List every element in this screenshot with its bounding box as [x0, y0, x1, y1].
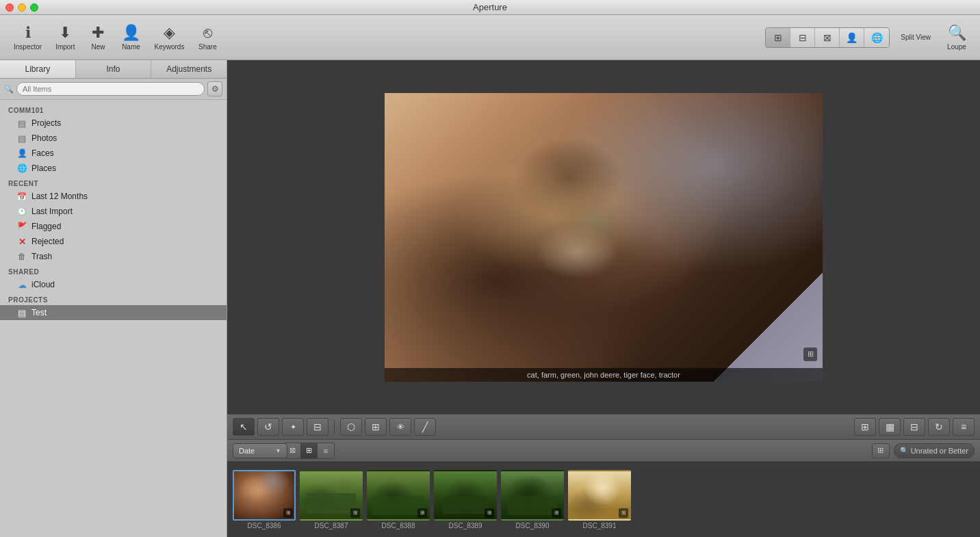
sort-select[interactable]: Date Rating Name File Size — [233, 443, 287, 458]
rating-filter-dropdown[interactable]: 🔍 Unrated or Better — [894, 443, 975, 458]
sidebar-item-lastimport-label: Last Import — [31, 207, 73, 216]
sidebar-item-test-label: Test — [31, 308, 47, 317]
new-button[interactable]: ✚ New — [83, 21, 113, 53]
photo-badge: ⊞ — [803, 348, 817, 361]
grid-view-button[interactable]: ⊞ — [766, 28, 790, 47]
sidebar-item-projects[interactable]: ▤ Projects — [0, 116, 227, 131]
places-view-button[interactable]: 🌐 — [864, 28, 889, 47]
metadata-button[interactable]: ≡ — [953, 418, 975, 436]
sidebar-item-lastimport[interactable]: 🕐 Last Import — [0, 204, 227, 219]
brush-tool-button[interactable]: ╱ — [414, 418, 436, 436]
filmstrip-badge-dsc8389: ⊞ — [485, 508, 494, 518]
tab-adjustments[interactable]: Adjustments — [151, 60, 227, 78]
sidebar-item-last12months[interactable]: 📅 Last 12 Months — [0, 189, 227, 204]
filmstrip-view-grid[interactable]: ⊞ — [301, 443, 318, 458]
sidebar-tabs: Library Info Adjustments — [0, 60, 227, 79]
split-view-label: Split View — [901, 34, 931, 41]
select-tool-button[interactable]: ↖ — [233, 418, 255, 436]
project-icon: ▤ — [16, 308, 27, 318]
sidebar-item-photos[interactable]: ▤ Photos — [0, 131, 227, 146]
loupe-button[interactable]: 🔍 Loupe — [942, 21, 972, 53]
filmstrip-item-dsc8388[interactable]: ⊞ DSC_8388 — [367, 470, 430, 529]
sidebar-item-faces[interactable]: 👤 Faces — [0, 146, 227, 161]
straighten-tool-button[interactable]: ⊞ — [365, 418, 387, 436]
tab-library[interactable]: Library — [0, 60, 76, 78]
search-input[interactable] — [16, 82, 205, 96]
sidebar-item-test[interactable]: ▤ Test — [0, 305, 227, 320]
split-view-label-item: Split View — [895, 31, 936, 44]
filmstrip-badge-dsc8390: ⊞ — [552, 508, 561, 518]
sidebar-item-trash[interactable]: 🗑 Trash — [0, 249, 227, 264]
mask-tool-button[interactable]: ⬡ — [340, 418, 362, 436]
tab-info[interactable]: Info — [76, 60, 152, 78]
sidebar-item-icloud[interactable]: ☁ iCloud — [0, 277, 227, 292]
clock-icon: 🕐 — [16, 207, 27, 216]
filmstrip-toolbar-right: ⊞ 🔍 Unrated or Better — [872, 443, 975, 458]
filmstrip-view-list[interactable]: ≡ — [318, 443, 334, 458]
name-button[interactable]: 👤 Name — [116, 21, 146, 53]
loupe-label: Loupe — [947, 43, 966, 51]
filmstrip-badge-dsc8387: ⊞ — [350, 508, 360, 518]
sidebar-settings-button[interactable]: ⚙ — [207, 81, 222, 96]
search-icon: 🔍 — [4, 85, 14, 94]
eye-tool-icon: 👁 — [397, 423, 404, 431]
filmstrip-item-dsc8386[interactable]: ⊞ DSC_8386 — [233, 470, 296, 529]
filmstrip-item-dsc8389[interactable]: ⊞ DSC_8389 — [434, 470, 497, 529]
close-button[interactable] — [5, 3, 14, 12]
sidebar-item-flagged[interactable]: 🚩 Flagged — [0, 219, 227, 234]
sidebar-item-flagged-label: Flagged — [31, 222, 61, 231]
compare-button[interactable]: ⊞ — [854, 418, 876, 436]
minimize-button[interactable] — [18, 3, 26, 12]
split-view-button[interactable]: ⊠ — [815, 28, 840, 47]
main-photo-view[interactable]: ⊞ cat, farm, green, john deere, tiger fa… — [227, 60, 980, 414]
filmstrip-name-dsc8389: DSC_8389 — [449, 522, 482, 529]
sidebar-content: COMM101 ▤ Projects ▤ Photos 👤 Faces 🌐 Pl… — [0, 100, 227, 537]
sort-dropdown-wrapper: Date Rating Name File Size ▾ — [233, 443, 280, 458]
select-tool-icon: ↖ — [240, 421, 248, 432]
photo-area: ⊞ cat, farm, green, john deere, tiger fa… — [227, 60, 980, 537]
rotate-tool-button[interactable]: ↺ — [257, 418, 279, 436]
metadata-icon: ≡ — [961, 421, 966, 432]
rotate-view-button[interactable]: ↻ — [928, 418, 950, 436]
filmstrip-item-dsc8391[interactable]: ⊞ DSC_8391 — [568, 470, 631, 529]
sidebar-item-trash-label: Trash — [31, 252, 52, 261]
section-recent-header: RECENT — [0, 176, 227, 189]
mask-tool-icon: ⬡ — [347, 421, 355, 432]
filmstrip-item-dsc8387[interactable]: ⊞ DSC_8387 — [300, 470, 363, 529]
sidebar-item-rejected[interactable]: ✕ Rejected — [0, 234, 227, 249]
import-button[interactable]: ⬇ Import — [50, 21, 80, 53]
share-label: Share — [198, 43, 217, 51]
histogram-button[interactable]: ▦ — [879, 418, 901, 436]
retouch-tool-button[interactable]: ✦ — [282, 418, 304, 436]
share-button[interactable]: ⎋ Share — [192, 21, 222, 53]
traffic-lights — [5, 3, 38, 12]
sidebar: Library Info Adjustments 🔍 ⚙ COMM101 ▤ P… — [0, 60, 227, 537]
filmstrip-name-dsc8390: DSC_8390 — [516, 522, 550, 529]
filmstrip-view-button[interactable]: ⊟ — [790, 28, 815, 47]
cat-face-detail — [385, 93, 823, 382]
filmstrip-name-dsc8391: DSC_8391 — [583, 522, 617, 529]
sidebar-item-faces-label: Faces — [31, 148, 54, 158]
filmstrip: ⊞ DSC_8386 ⊞ DSC_8387 ⊞ D — [227, 462, 980, 537]
rating-filter-text: Unrated or Better — [911, 447, 968, 455]
filmstrip-item-dsc8390[interactable]: ⊞ DSC_8390 — [501, 470, 564, 529]
filter-button[interactable]: ⊞ — [872, 443, 890, 458]
photo-caption: cat, farm, green, john deere, tiger face… — [385, 368, 823, 382]
rotate-tool-icon: ↺ — [264, 421, 272, 432]
faces-view-button[interactable]: 👤 — [840, 28, 864, 47]
name-label: Name — [122, 43, 140, 51]
grid-overlay-icon: ⊟ — [910, 421, 918, 432]
crop-tool-button[interactable]: ⊟ — [307, 418, 328, 436]
viewer-separator-1 — [334, 420, 335, 434]
filmstrip-badge-dsc8388: ⊞ — [417, 508, 427, 518]
photos-icon: ▤ — [16, 133, 27, 144]
grid-overlay-button[interactable]: ⊟ — [903, 418, 925, 436]
filmstrip-thumb-dsc8387: ⊞ — [300, 470, 363, 521]
sidebar-item-places[interactable]: 🌐 Places — [0, 161, 227, 176]
inspector-button[interactable]: ℹ Inspector — [8, 21, 47, 53]
keywords-button[interactable]: ◈ Keywords — [149, 21, 190, 53]
eye-tool-button[interactable]: 👁 — [389, 418, 411, 436]
view-mode-buttons: ⊞ ⊟ ⊠ 👤 🌐 — [765, 27, 890, 48]
projects-icon: ▤ — [16, 118, 27, 129]
maximize-button[interactable] — [30, 3, 38, 12]
